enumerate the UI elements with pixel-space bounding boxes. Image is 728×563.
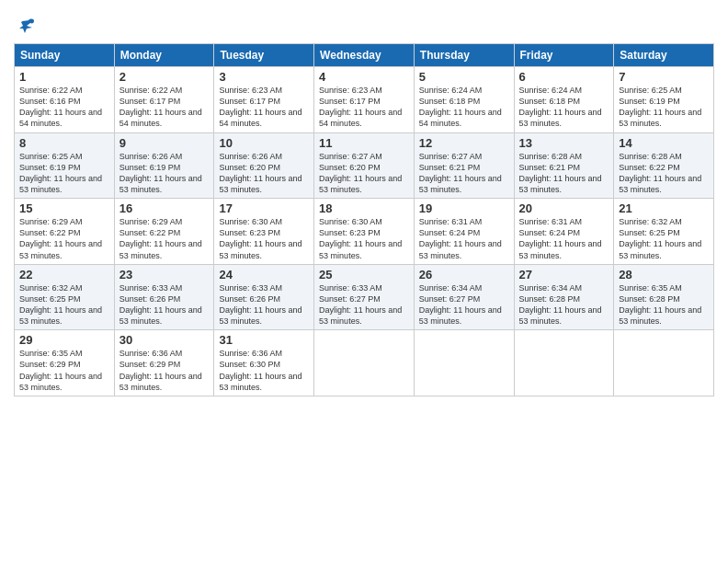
day-number: 14 [619, 136, 709, 150]
table-row: 15 Sunrise: 6:29 AM Sunset: 6:22 PM Dayl… [15, 199, 115, 265]
day-info: Sunrise: 6:32 AM Sunset: 6:25 PM Dayligh… [619, 216, 709, 261]
day-info: Sunrise: 6:36 AM Sunset: 6:29 PM Dayligh… [119, 348, 210, 393]
logo-bird-icon [16, 17, 36, 37]
day-info: Sunrise: 6:25 AM Sunset: 6:19 PM Dayligh… [619, 85, 709, 130]
day-info: Sunrise: 6:26 AM Sunset: 6:19 PM Dayligh… [119, 151, 210, 196]
page: Sunday Monday Tuesday Wednesday Thursday… [0, 0, 728, 563]
day-info: Sunrise: 6:29 AM Sunset: 6:22 PM Dayligh… [119, 216, 210, 261]
day-number: 12 [419, 136, 509, 150]
table-row: 25 Sunrise: 6:33 AM Sunset: 6:27 PM Dayl… [314, 264, 415, 330]
day-info: Sunrise: 6:27 AM Sunset: 6:21 PM Dayligh… [419, 151, 509, 196]
table-row: 8 Sunrise: 6:25 AM Sunset: 6:19 PM Dayli… [15, 132, 115, 199]
logo [14, 13, 36, 36]
table-row: 2 Sunrise: 6:22 AM Sunset: 6:17 PM Dayli… [114, 67, 214, 133]
day-info: Sunrise: 6:35 AM Sunset: 6:28 PM Dayligh… [619, 282, 709, 327]
day-number: 13 [519, 136, 609, 150]
day-number: 26 [419, 268, 509, 282]
day-info: Sunrise: 6:22 AM Sunset: 6:17 PM Dayligh… [119, 85, 210, 130]
day-info: Sunrise: 6:24 AM Sunset: 6:18 PM Dayligh… [519, 85, 609, 130]
table-row: 14 Sunrise: 6:28 AM Sunset: 6:22 PM Dayl… [614, 132, 714, 199]
table-row: 24 Sunrise: 6:33 AM Sunset: 6:26 PM Dayl… [214, 264, 314, 330]
day-number: 10 [219, 136, 309, 150]
day-number: 1 [19, 70, 109, 84]
table-row: 17 Sunrise: 6:30 AM Sunset: 6:23 PM Dayl… [214, 199, 314, 265]
header-tuesday: Tuesday [214, 44, 314, 67]
day-number: 28 [619, 268, 709, 282]
day-info: Sunrise: 6:22 AM Sunset: 6:16 PM Dayligh… [19, 85, 109, 130]
table-row: 18 Sunrise: 6:30 AM Sunset: 6:23 PM Dayl… [314, 199, 415, 265]
table-row: 3 Sunrise: 6:23 AM Sunset: 6:17 PM Dayli… [214, 67, 314, 133]
day-number: 27 [519, 268, 609, 282]
header-sunday: Sunday [15, 44, 115, 67]
header [14, 9, 714, 36]
calendar-week-row: 29 Sunrise: 6:35 AM Sunset: 6:29 PM Dayl… [15, 330, 714, 396]
day-info: Sunrise: 6:26 AM Sunset: 6:20 PM Dayligh… [219, 151, 309, 196]
table-row: 21 Sunrise: 6:32 AM Sunset: 6:25 PM Dayl… [614, 199, 714, 265]
day-number: 8 [19, 136, 109, 150]
day-info: Sunrise: 6:36 AM Sunset: 6:30 PM Dayligh… [219, 348, 309, 393]
calendar-table: Sunday Monday Tuesday Wednesday Thursday… [14, 43, 714, 396]
table-row: 13 Sunrise: 6:28 AM Sunset: 6:21 PM Dayl… [514, 132, 614, 199]
day-number: 25 [319, 268, 409, 282]
table-row: 23 Sunrise: 6:33 AM Sunset: 6:26 PM Dayl… [114, 264, 214, 330]
day-info: Sunrise: 6:24 AM Sunset: 6:18 PM Dayligh… [419, 85, 509, 130]
day-number: 18 [319, 201, 409, 215]
day-info: Sunrise: 6:28 AM Sunset: 6:22 PM Dayligh… [619, 151, 709, 196]
day-info: Sunrise: 6:35 AM Sunset: 6:29 PM Dayligh… [19, 348, 109, 393]
day-info: Sunrise: 6:27 AM Sunset: 6:20 PM Dayligh… [319, 151, 409, 196]
day-info: Sunrise: 6:31 AM Sunset: 6:24 PM Dayligh… [419, 216, 509, 261]
day-number: 5 [419, 70, 509, 84]
day-number: 30 [119, 333, 210, 347]
table-row: 26 Sunrise: 6:34 AM Sunset: 6:27 PM Dayl… [414, 264, 514, 330]
header-wednesday: Wednesday [314, 44, 415, 67]
day-number: 6 [519, 70, 609, 84]
day-number: 7 [619, 70, 709, 84]
day-number: 11 [319, 136, 409, 150]
table-row: 16 Sunrise: 6:29 AM Sunset: 6:22 PM Dayl… [114, 199, 214, 265]
day-info: Sunrise: 6:29 AM Sunset: 6:22 PM Dayligh… [19, 216, 109, 261]
table-row: 7 Sunrise: 6:25 AM Sunset: 6:19 PM Dayli… [614, 67, 714, 133]
day-info: Sunrise: 6:30 AM Sunset: 6:23 PM Dayligh… [219, 216, 309, 261]
day-number: 31 [219, 333, 309, 347]
calendar-header-row: Sunday Monday Tuesday Wednesday Thursday… [15, 44, 714, 67]
calendar-week-row: 8 Sunrise: 6:25 AM Sunset: 6:19 PM Dayli… [15, 132, 714, 199]
table-row [414, 330, 514, 396]
day-number: 23 [119, 268, 210, 282]
calendar-week-row: 22 Sunrise: 6:32 AM Sunset: 6:25 PM Dayl… [15, 264, 714, 330]
table-row: 11 Sunrise: 6:27 AM Sunset: 6:20 PM Dayl… [314, 132, 415, 199]
day-info: Sunrise: 6:34 AM Sunset: 6:28 PM Dayligh… [519, 282, 609, 327]
table-row: 4 Sunrise: 6:23 AM Sunset: 6:17 PM Dayli… [314, 67, 415, 133]
table-row: 29 Sunrise: 6:35 AM Sunset: 6:29 PM Dayl… [15, 330, 115, 396]
day-number: 16 [119, 201, 210, 215]
day-number: 29 [19, 333, 109, 347]
calendar-week-row: 15 Sunrise: 6:29 AM Sunset: 6:22 PM Dayl… [15, 199, 714, 265]
table-row: 22 Sunrise: 6:32 AM Sunset: 6:25 PM Dayl… [15, 264, 115, 330]
header-thursday: Thursday [414, 44, 514, 67]
day-info: Sunrise: 6:32 AM Sunset: 6:25 PM Dayligh… [19, 282, 109, 327]
day-info: Sunrise: 6:30 AM Sunset: 6:23 PM Dayligh… [319, 216, 409, 261]
table-row: 12 Sunrise: 6:27 AM Sunset: 6:21 PM Dayl… [414, 132, 514, 199]
header-saturday: Saturday [614, 44, 714, 67]
day-number: 19 [419, 201, 509, 215]
day-info: Sunrise: 6:33 AM Sunset: 6:27 PM Dayligh… [319, 282, 409, 327]
table-row: 9 Sunrise: 6:26 AM Sunset: 6:19 PM Dayli… [114, 132, 214, 199]
day-info: Sunrise: 6:25 AM Sunset: 6:19 PM Dayligh… [19, 151, 109, 196]
day-info: Sunrise: 6:23 AM Sunset: 6:17 PM Dayligh… [219, 85, 309, 130]
day-number: 21 [619, 201, 709, 215]
table-row: 31 Sunrise: 6:36 AM Sunset: 6:30 PM Dayl… [214, 330, 314, 396]
table-row: 10 Sunrise: 6:26 AM Sunset: 6:20 PM Dayl… [214, 132, 314, 199]
table-row: 20 Sunrise: 6:31 AM Sunset: 6:24 PM Dayl… [514, 199, 614, 265]
day-number: 2 [119, 70, 210, 84]
table-row: 30 Sunrise: 6:36 AM Sunset: 6:29 PM Dayl… [114, 330, 214, 396]
day-info: Sunrise: 6:34 AM Sunset: 6:27 PM Dayligh… [419, 282, 509, 327]
day-info: Sunrise: 6:28 AM Sunset: 6:21 PM Dayligh… [519, 151, 609, 196]
calendar-week-row: 1 Sunrise: 6:22 AM Sunset: 6:16 PM Dayli… [15, 67, 714, 133]
table-row [514, 330, 614, 396]
day-info: Sunrise: 6:33 AM Sunset: 6:26 PM Dayligh… [119, 282, 210, 327]
table-row: 1 Sunrise: 6:22 AM Sunset: 6:16 PM Dayli… [15, 67, 115, 133]
header-friday: Friday [514, 44, 614, 67]
day-number: 15 [19, 201, 109, 215]
day-number: 4 [319, 70, 409, 84]
table-row: 5 Sunrise: 6:24 AM Sunset: 6:18 PM Dayli… [414, 67, 514, 133]
day-number: 17 [219, 201, 309, 215]
